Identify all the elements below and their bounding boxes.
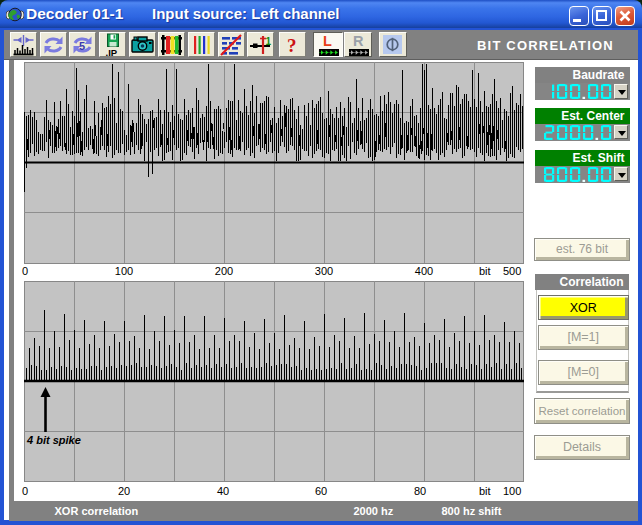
svg-text:5: 5 (79, 40, 85, 52)
svg-text:1: 1 (266, 36, 272, 47)
svg-text:.IP: .IP (106, 46, 118, 57)
svg-text:?: ? (287, 35, 297, 56)
